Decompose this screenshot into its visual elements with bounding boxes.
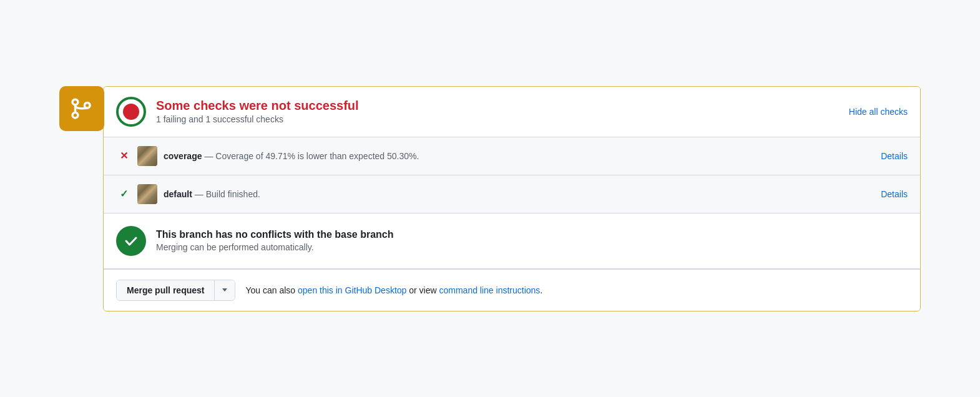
- action-bar: Merge pull request You can also open thi…: [104, 269, 920, 311]
- header-subtitle: 1 failing and 1 successful checks: [156, 114, 359, 124]
- helper-text-suffix: .: [540, 285, 542, 295]
- merge-pull-request-button[interactable]: Merge pull request: [117, 280, 215, 300]
- default-check-name: default: [164, 189, 192, 199]
- header-text: Some checks were not successful 1 failin…: [156, 99, 359, 124]
- check-row-coverage: ✕ coverage — Coverage of 49.71% is lower…: [104, 137, 920, 175]
- helper-text-prefix: You can also: [245, 285, 298, 295]
- coverage-check-name: coverage: [164, 151, 202, 161]
- coverage-check-text: coverage — Coverage of 49.71% is lower t…: [164, 151, 881, 161]
- default-avatar: [137, 184, 157, 204]
- default-pass-icon: ✓: [116, 188, 131, 200]
- merge-status-section: This branch has no conflicts with the ba…: [104, 213, 920, 268]
- hide-all-checks-link[interactable]: Hide all checks: [849, 107, 908, 117]
- merge-subtitle: Merging can be performed automatically.: [156, 242, 394, 252]
- svg-point-0: [72, 99, 78, 105]
- merge-dropdown-button[interactable]: [215, 280, 235, 300]
- header-left: Some checks were not successful 1 failin…: [116, 97, 359, 127]
- coverage-fail-icon: ✕: [116, 150, 131, 162]
- check-row-default: ✓ default — Build finished. Details: [104, 175, 920, 213]
- merge-title: This branch has no conflicts with the ba…: [156, 229, 394, 240]
- github-desktop-link[interactable]: open this in GitHub Desktop: [298, 285, 406, 295]
- dropdown-arrow-icon: [222, 288, 227, 292]
- cli-instructions-link[interactable]: command line instructions: [439, 285, 540, 295]
- header-title: Some checks were not successful: [156, 99, 359, 113]
- check-status-ring-icon: [116, 97, 146, 127]
- svg-point-5: [123, 104, 139, 120]
- checkmark-icon: [123, 233, 139, 249]
- action-helper-text: You can also open this in GitHub Desktop…: [245, 285, 542, 295]
- card-header: Some checks were not successful 1 failin…: [104, 87, 920, 137]
- default-details-link[interactable]: Details: [881, 189, 908, 199]
- checks-list: ✕ coverage — Coverage of 49.71% is lower…: [104, 137, 920, 213]
- git-merge-icon: [69, 96, 95, 122]
- git-icon-box: [59, 86, 104, 131]
- default-check-description: — Build finished.: [195, 189, 260, 199]
- coverage-details-link[interactable]: Details: [881, 151, 908, 161]
- helper-text-middle: or view: [406, 285, 439, 295]
- svg-point-1: [72, 112, 78, 118]
- coverage-avatar: [137, 146, 157, 166]
- merge-text: This branch has no conflicts with the ba…: [156, 229, 394, 252]
- main-card: Some checks were not successful 1 failin…: [103, 86, 921, 311]
- default-check-text: default — Build finished.: [164, 189, 881, 199]
- merge-button-group: Merge pull request: [116, 280, 235, 301]
- coverage-check-description: — Coverage of 49.71% is lower than expec…: [204, 151, 419, 161]
- merge-success-icon: [116, 226, 146, 256]
- pr-status-container: Some checks were not successful 1 failin…: [59, 86, 921, 311]
